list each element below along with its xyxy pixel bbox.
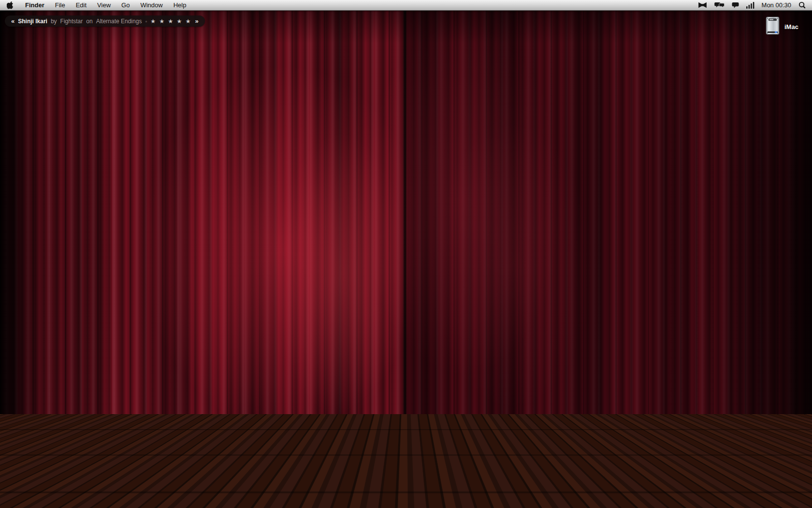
running-indicator xyxy=(433,503,437,506)
chat-bubbles-icon[interactable] xyxy=(714,2,725,9)
running-indicator xyxy=(364,503,369,506)
next-track-icon[interactable]: » xyxy=(195,18,198,24)
running-indicator xyxy=(410,503,415,506)
menu-item-view[interactable]: View xyxy=(92,0,116,10)
menu-item-window[interactable]: Window xyxy=(135,0,168,10)
menu-item-finder[interactable]: Finder xyxy=(20,0,50,10)
shortcut-movies[interactable]: Movies xyxy=(11,423,56,438)
ticket-icon xyxy=(11,423,27,438)
dock-ical-icon[interactable]: JUL 20 xyxy=(308,481,330,503)
dock-webclip-dark-icon[interactable] xyxy=(548,481,570,503)
running-indicator xyxy=(317,503,321,506)
menu-item-file[interactable]: File xyxy=(50,0,71,10)
menu-item-go[interactable]: Go xyxy=(116,0,135,10)
webclip-header-bar xyxy=(527,485,545,488)
desktop-wallpaper xyxy=(0,0,812,508)
desktop-volume-imac[interactable]: iMac xyxy=(765,16,798,37)
shortcut-label: Downloads xyxy=(34,467,68,475)
dock-mail-icon[interactable] xyxy=(286,481,308,503)
ical-day: 20 xyxy=(308,489,330,502)
safari-badge-icon xyxy=(539,494,547,502)
track-artist: Fightstar xyxy=(60,18,83,25)
dock-finder-icon[interactable] xyxy=(219,481,241,503)
running-indicator xyxy=(271,503,276,506)
shortcut-label: Television xyxy=(34,487,65,494)
running-indicator xyxy=(228,503,232,506)
dock-game-app-icon[interactable] xyxy=(355,481,377,503)
star-rating[interactable]: ★ ★ ★ ★ ★ xyxy=(150,18,191,25)
running-indicator xyxy=(249,503,254,506)
menu-item-help[interactable]: Help xyxy=(168,0,192,10)
chat-bubble-icon[interactable] xyxy=(732,2,739,9)
volume-label: iMac xyxy=(784,23,798,30)
running-indicator xyxy=(294,503,299,506)
dock-image-viewer-icon[interactable] xyxy=(470,481,493,503)
apple-menu-icon[interactable] xyxy=(0,0,20,10)
shortcut-label: Movies xyxy=(34,427,56,434)
dock-transmit-truck-icon[interactable] xyxy=(401,481,423,503)
dock-itunes-icon[interactable] xyxy=(262,481,285,503)
track-on-word: on xyxy=(86,18,92,25)
now-playing-bar[interactable]: « Shinji Ikari by Fightstar on Alternate… xyxy=(5,15,205,27)
signal-bars-icon[interactable] xyxy=(746,2,754,9)
hard-drive-icon xyxy=(765,16,780,37)
dock-trash-icon[interactable] xyxy=(572,480,593,504)
red-curtain-backdrop xyxy=(0,0,812,443)
rating-separator: ◦ xyxy=(145,18,147,24)
running-indicator xyxy=(456,503,461,506)
cardboard-box-icon xyxy=(11,463,27,478)
shortcut-label: Music xyxy=(34,447,52,454)
dock-candy-app-icon[interactable] xyxy=(332,481,354,503)
running-indicator xyxy=(479,503,484,506)
menu-item-edit[interactable]: Edit xyxy=(71,0,92,10)
dock-coda-leaf-icon[interactable] xyxy=(448,481,470,503)
shortcut-downloads[interactable]: Downloads xyxy=(11,463,68,478)
menu-bar: Finder File Edit View Go Window Help Mon… xyxy=(0,0,812,11)
running-indicator xyxy=(388,503,393,506)
dock-media-center-icon[interactable] xyxy=(424,481,446,503)
shortcut-music[interactable]: Music xyxy=(11,443,52,458)
safari-badge-icon xyxy=(562,494,569,502)
previous-track-icon[interactable]: « xyxy=(11,18,14,24)
ical-month: JUL xyxy=(308,482,330,489)
spotlight-magnifier-icon[interactable] xyxy=(798,1,806,9)
track-by-word: by xyxy=(51,18,57,25)
running-indicator xyxy=(341,503,346,506)
dock-safari-icon[interactable] xyxy=(240,481,262,503)
shortcut-television[interactable]: Television xyxy=(11,482,65,499)
dock-folder-icon[interactable] xyxy=(503,481,525,503)
track-title: Shinji Ikari xyxy=(18,18,47,25)
menu-clock[interactable]: Mon 00:30 xyxy=(762,1,791,9)
dock-adium-duck-icon[interactable] xyxy=(379,481,402,503)
retro-tv-icon xyxy=(11,482,27,499)
webclip-video-thumb xyxy=(532,491,539,495)
dock-webclip-orange-icon[interactable] xyxy=(525,481,548,503)
wallpaper-watermark: ©JEAN BILLEY | UNLEASHEDART.COM xyxy=(2,501,82,505)
track-album: Alternate Endings xyxy=(96,18,142,25)
cd-icon xyxy=(11,443,27,458)
webclip-titlebar xyxy=(549,483,569,486)
bowtie-icon[interactable] xyxy=(698,2,707,8)
